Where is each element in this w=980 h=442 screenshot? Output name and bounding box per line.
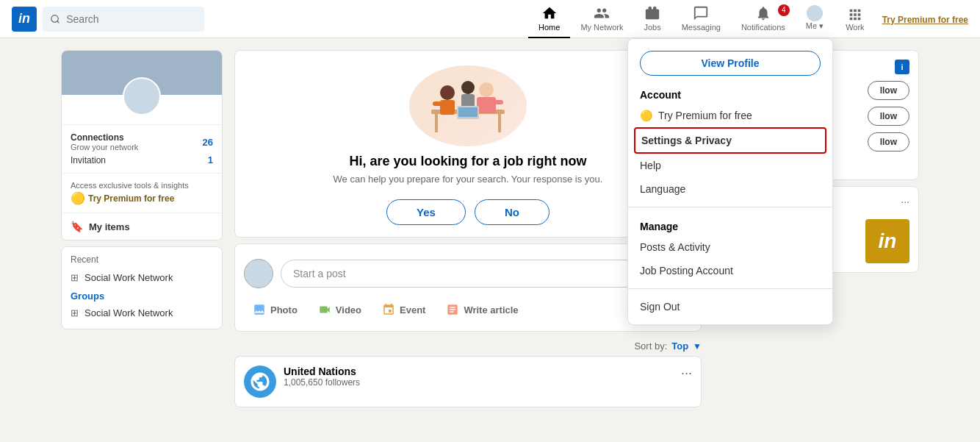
job-posting-item[interactable]: Job Posting Account bbox=[628, 259, 832, 282]
search-input[interactable] bbox=[66, 13, 197, 25]
recent-item-social-work[interactable]: ⊞ Social Work Network bbox=[71, 269, 213, 286]
help-label: Help bbox=[640, 160, 661, 171]
premium-dropdown-icon: 🟡 bbox=[640, 110, 652, 121]
bookmark-icon: 🔖 bbox=[71, 221, 83, 232]
nav-network-label: My Network bbox=[580, 23, 623, 32]
groups-label[interactable]: Groups bbox=[71, 290, 213, 302]
recent-label: Recent bbox=[71, 254, 213, 265]
header: in Home My Network Jobs Messaging 4 Noti… bbox=[0, 0, 980, 38]
photo-button[interactable]: Photo bbox=[244, 297, 306, 322]
premium-link[interactable]: Try Premium for free bbox=[88, 193, 174, 204]
photo-label: Photo bbox=[270, 304, 298, 316]
home-icon bbox=[541, 5, 558, 21]
nav-me[interactable]: Me ▾ bbox=[796, 0, 834, 38]
profile-avatar-area bbox=[62, 77, 222, 124]
settings-privacy-label: Settings & Privacy bbox=[641, 135, 732, 146]
job-sub: We can help you prepare for your search.… bbox=[250, 174, 686, 185]
my-items-section[interactable]: 🔖 My items bbox=[62, 213, 222, 240]
svg-rect-3 bbox=[498, 114, 501, 132]
premium-dropdown-label: Try Premium for free bbox=[658, 110, 752, 121]
people-illustration bbox=[417, 69, 519, 143]
invitation-count: 1 bbox=[208, 154, 213, 165]
search-bar[interactable] bbox=[43, 7, 204, 32]
nav-messaging-label: Messaging bbox=[682, 23, 721, 32]
write-article-button[interactable]: Write article bbox=[437, 297, 527, 322]
work-label: Work bbox=[846, 23, 864, 32]
premium-dropdown-item[interactable]: 🟡 Try Premium for free bbox=[628, 104, 832, 127]
un-followers: 1,005,650 followers bbox=[284, 377, 674, 388]
me-dropdown: View Profile Account 🟡 Try Premium for f… bbox=[627, 38, 833, 325]
event-icon bbox=[382, 303, 395, 316]
help-item[interactable]: Help bbox=[628, 154, 832, 177]
video-button[interactable]: Video bbox=[309, 297, 370, 322]
premium-header-link[interactable]: Try Premium for free bbox=[882, 13, 968, 26]
premium-access-text: Access exclusive tools & insights bbox=[71, 181, 189, 190]
network-icon bbox=[594, 5, 610, 21]
un-org-info: United Nations 1,005,650 followers bbox=[284, 366, 674, 388]
invitation-row[interactable]: Invitation 1 bbox=[71, 154, 213, 165]
my-items-label: My items bbox=[89, 221, 130, 232]
posts-activity-item[interactable]: Posts & Activity bbox=[628, 235, 832, 259]
follow-btn-3[interactable]: llow bbox=[868, 132, 909, 152]
job-illustration-img bbox=[409, 65, 527, 146]
nav-home[interactable]: Home bbox=[528, 0, 570, 38]
photo-icon bbox=[253, 303, 266, 316]
view-profile-button[interactable]: View Profile bbox=[640, 51, 821, 76]
video-label: Video bbox=[336, 304, 361, 316]
connections-row[interactable]: Connections Grow your network 26 bbox=[71, 132, 213, 152]
video-icon bbox=[318, 303, 331, 316]
connections-section: Connections Grow your network 26 Invitat… bbox=[62, 124, 222, 173]
job-question: Hi, are you looking for a job right now bbox=[250, 154, 686, 169]
post-more-options[interactable]: ··· bbox=[681, 366, 692, 381]
ad-more-options[interactable]: ··· bbox=[901, 196, 909, 207]
nav-me-label: Me ▾ bbox=[806, 21, 824, 31]
un-post-header: United Nations 1,005,650 followers ··· bbox=[244, 366, 692, 398]
invitation-label: Invitation bbox=[71, 155, 106, 165]
svg-rect-9 bbox=[494, 100, 503, 104]
event-button[interactable]: Event bbox=[373, 297, 434, 322]
sort-row: Sort by: Top ▼ bbox=[234, 338, 702, 356]
svg-point-7 bbox=[479, 82, 494, 97]
nav-jobs[interactable]: Jobs bbox=[633, 0, 671, 38]
sort-value[interactable]: Top bbox=[671, 341, 688, 352]
profile-card: Connections Grow your network 26 Invitat… bbox=[61, 50, 223, 240]
grow-network-label: Grow your network bbox=[71, 143, 138, 152]
article-icon bbox=[446, 303, 459, 316]
recent-item-label: Social Work Network bbox=[84, 272, 173, 283]
nav-work[interactable]: Work bbox=[840, 0, 870, 38]
svg-rect-11 bbox=[461, 94, 475, 107]
user-avatar-post bbox=[244, 259, 273, 288]
nav-my-network[interactable]: My Network bbox=[570, 0, 633, 38]
linkedin-logo[interactable]: in bbox=[12, 7, 37, 32]
follow-btn-2[interactable]: llow bbox=[868, 107, 909, 126]
posts-activity-label: Posts & Activity bbox=[640, 241, 710, 253]
svg-rect-2 bbox=[435, 114, 438, 132]
connections-label: Connections bbox=[71, 132, 138, 143]
messaging-icon bbox=[693, 5, 709, 21]
follow-btn-1[interactable]: llow bbox=[868, 81, 909, 100]
start-post-area: Start a post bbox=[244, 253, 692, 294]
notifications-icon bbox=[755, 5, 771, 21]
language-label: Language bbox=[640, 183, 685, 195]
nav-jobs-label: Jobs bbox=[644, 23, 660, 32]
jobs-icon bbox=[644, 5, 660, 21]
nav-messaging[interactable]: Messaging bbox=[671, 0, 731, 38]
group-icon: ⊞ bbox=[71, 307, 79, 318]
dropdown-divider bbox=[628, 207, 832, 207]
sort-label: Sort by: bbox=[634, 341, 667, 352]
language-item[interactable]: Language bbox=[628, 177, 832, 201]
no-button[interactable]: No bbox=[475, 199, 550, 225]
settings-privacy-item[interactable]: Settings & Privacy bbox=[634, 127, 826, 154]
sign-out-item[interactable]: Sign Out bbox=[628, 295, 832, 318]
svg-point-4 bbox=[440, 85, 455, 100]
svg-rect-5 bbox=[440, 100, 455, 115]
avatar bbox=[123, 77, 161, 115]
main-nav: Home My Network Jobs Messaging 4 Notific… bbox=[528, 0, 834, 38]
recent-section: Recent ⊞ Social Work Network Groups ⊞ So… bbox=[61, 246, 223, 329]
premium-header-text: Try Premium for free bbox=[882, 15, 968, 25]
info-icon: i bbox=[895, 60, 909, 74]
groups-item-social-work[interactable]: ⊞ Social Work Network bbox=[71, 304, 213, 321]
nav-notifications[interactable]: 4 Notifications bbox=[731, 0, 796, 38]
un-avatar bbox=[244, 366, 276, 398]
yes-button[interactable]: Yes bbox=[386, 199, 466, 225]
